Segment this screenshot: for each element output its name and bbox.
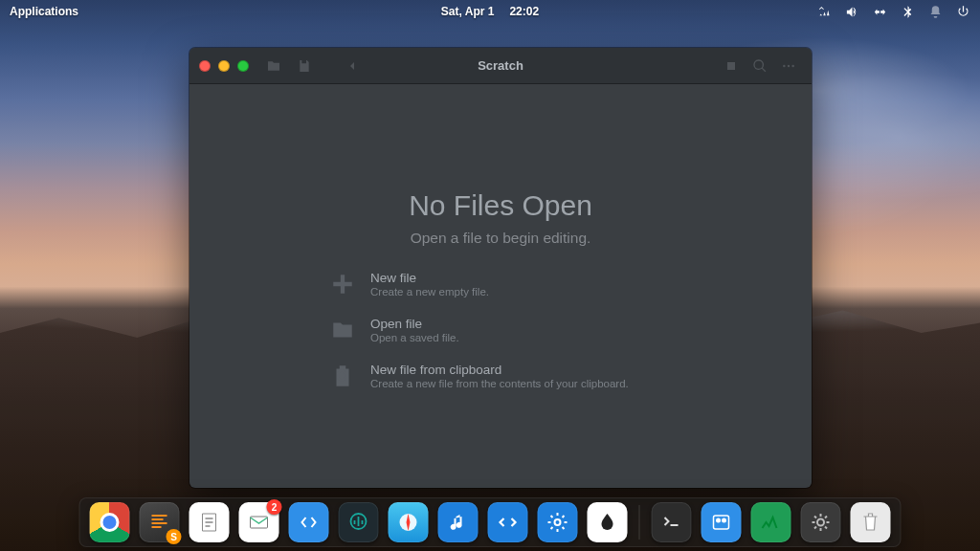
dock-system-monitor[interactable] — [751, 502, 791, 542]
save-button[interactable] — [291, 54, 318, 78]
dock-tweaks[interactable] — [801, 502, 841, 542]
minimize-button[interactable] — [218, 60, 230, 72]
action-title: New file — [370, 271, 489, 285]
new-file-action[interactable]: New fileCreate a new empty file. — [328, 268, 673, 300]
maximize-button[interactable] — [237, 60, 249, 72]
applications-menu[interactable]: Applications — [10, 5, 78, 18]
dock-terminal[interactable] — [652, 502, 692, 542]
search-button[interactable] — [746, 54, 773, 78]
open-folder-button[interactable] — [260, 54, 287, 78]
dock-chrome[interactable] — [90, 502, 130, 542]
badge-letter: S — [167, 529, 182, 544]
titlebar[interactable]: Scratch — [189, 48, 812, 84]
stop-button[interactable] — [718, 54, 745, 78]
svg-rect-8 — [714, 516, 729, 529]
action-desc: Create a new empty file. — [370, 286, 489, 298]
dock-web-browser[interactable] — [389, 502, 429, 542]
action-title: New file from clipboard — [370, 363, 629, 377]
panel-date: Sat, Apr 1 — [441, 5, 495, 18]
welcome-screen: No Files Open Open a file to begin editi… — [189, 84, 812, 488]
power-icon[interactable] — [956, 5, 970, 19]
action-desc: Open a saved file. — [370, 332, 459, 343]
back-button[interactable] — [339, 54, 366, 78]
window-controls — [199, 60, 249, 72]
close-button[interactable] — [199, 60, 211, 72]
svg-point-0 — [783, 64, 785, 66]
svg-point-1 — [788, 64, 790, 66]
new-from-clipboard-action[interactable]: New file from clipboardCreate a new file… — [328, 360, 673, 392]
svg-point-6 — [716, 518, 721, 523]
network-icon[interactable] — [817, 5, 832, 19]
dock-music[interactable] — [438, 502, 479, 542]
folder-icon — [328, 316, 357, 344]
dock: S 2 — [79, 497, 902, 547]
notifications-muted-icon[interactable] — [928, 5, 943, 19]
dock-gitkraken[interactable] — [339, 502, 379, 542]
panel-time: 22:02 — [509, 5, 539, 18]
dock-screenshot[interactable] — [702, 502, 742, 542]
dock-screen-share[interactable] — [488, 502, 528, 542]
dock-code-editor[interactable] — [289, 502, 329, 542]
welcome-subtitle: Open a file to begin editing. — [411, 230, 591, 247]
sync-icon[interactable] — [873, 5, 887, 19]
dock-color-picker[interactable] — [588, 502, 628, 542]
scratch-window: Scratch No Files Open Open a file to beg… — [189, 48, 812, 488]
volume-icon[interactable] — [845, 5, 859, 19]
svg-point-9 — [817, 519, 824, 526]
svg-point-5 — [555, 519, 561, 525]
svg-point-7 — [722, 518, 726, 523]
open-file-action[interactable]: Open fileOpen a saved file. — [328, 314, 673, 346]
action-desc: Create a new file from the contents of y… — [370, 378, 629, 389]
dock-text-editor[interactable] — [189, 502, 230, 542]
dock-separator — [639, 505, 640, 540]
welcome-title: No Files Open — [409, 189, 592, 222]
dock-sublime-text[interactable]: S — [140, 502, 180, 542]
bluetooth-icon[interactable] — [901, 5, 915, 19]
dock-trash[interactable] — [851, 502, 891, 542]
desktop: Applications Sat, Apr 1 22:02 — [0, 0, 980, 551]
svg-point-2 — [791, 64, 793, 66]
dock-mail[interactable]: 2 — [239, 502, 279, 542]
mail-badge: 2 — [267, 499, 282, 515]
svg-rect-3 — [251, 517, 268, 528]
dock-system-settings[interactable] — [538, 502, 578, 542]
plus-icon — [328, 270, 357, 298]
clipboard-icon — [328, 362, 357, 390]
menu-button[interactable] — [775, 54, 802, 78]
action-title: Open file — [370, 317, 459, 331]
top-panel: Applications Sat, Apr 1 22:02 — [0, 0, 980, 23]
datetime-indicator[interactable]: Sat, Apr 1 22:02 — [441, 5, 539, 18]
